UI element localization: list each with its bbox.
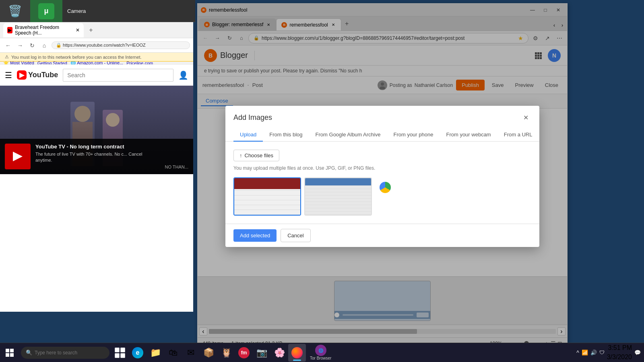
tray-network-icon[interactable]: 📶: [582, 350, 588, 356]
yt-user-icon[interactable]: 👤: [178, 70, 188, 80]
svg-rect-16: [120, 348, 125, 352]
image-loading-spinner: [375, 177, 395, 197]
taskbar-running-apps: 🌐 Tor Browser: [308, 344, 334, 361]
youtube-url-text: https://www.youtube.com/watch?v=lEOOZ: [63, 43, 146, 47]
taskbar-tor-browser[interactable]: 🌐 Tor Browser: [308, 344, 334, 361]
system-tray: ^ 📶 🔊 🛡 3:51 PM 3/3/2020 💬: [573, 343, 644, 362]
dialog-body: ↑ Choose files You may upload multiple f…: [225, 142, 539, 224]
cancel-button[interactable]: Cancel: [281, 229, 310, 242]
recycle-bin-area: 🗑️: [0, 0, 30, 22]
youtube-url-bar[interactable]: 🔒 https://www.youtube.com/watch?v=lEOOZ: [52, 41, 190, 49]
dialog-title: Add Images: [233, 113, 272, 122]
ad-no-thanks-btn[interactable]: NO THAN...: [165, 165, 188, 169]
tor-browser-label: Tor Browser: [310, 356, 331, 360]
ad-description: The future of live TV with 70+ channels.…: [35, 151, 160, 164]
youtube-favicon: ▶: [7, 27, 12, 33]
ad-thumbnail: [5, 144, 31, 169]
taskbar-lastfm-icon[interactable]: fm: [235, 344, 253, 362]
yt-back-btn[interactable]: ←: [3, 41, 13, 50]
dialog-close-button[interactable]: ✕: [520, 112, 531, 123]
svg-rect-11: [6, 349, 9, 352]
youtube-content: YouTube TV - No long term contract The f…: [0, 86, 193, 312]
blogger-window: B rememberlessfool — □ ✕ B Blogger: reme…: [197, 3, 568, 349]
task-view-button[interactable]: [111, 344, 129, 362]
dialog-tab-url[interactable]: From a URL: [497, 128, 539, 142]
taskbar-camera-icon[interactable]: 📷: [253, 344, 270, 362]
desktop: μ 🗑️ Camera ▶ Braveheart Freedom Speech …: [0, 0, 644, 362]
svg-rect-17: [115, 353, 119, 358]
taskbar-edge-icon[interactable]: e: [129, 344, 147, 362]
svg-rect-18: [120, 353, 125, 358]
yt-forward-btn[interactable]: →: [15, 41, 25, 50]
tray-notification-icon[interactable]: 💬: [634, 350, 641, 356]
bookmark-getting-started[interactable]: Getting Started: [37, 62, 67, 65]
tray-expand-icon[interactable]: ^: [576, 350, 579, 356]
dialog-header: Add Images ✕: [225, 106, 539, 123]
youtube-tab-title: Braveheart Freedom Speech (H...: [15, 25, 73, 36]
image-thumb-1[interactable]: [233, 177, 301, 216]
youtube-search-input[interactable]: [63, 69, 173, 82]
youtube-ad-overlay: YouTube TV - No long term contract The f…: [0, 139, 193, 174]
taskbar-explorer-icon[interactable]: 📁: [147, 344, 164, 362]
yt-home-btn[interactable]: ⌂: [39, 41, 49, 50]
ad-title: YouTube TV - No long term contract: [35, 144, 160, 150]
youtube-toolbar: ☰ ▶ YouTube 👤: [0, 65, 193, 86]
dialog-tab-google-album[interactable]: From Google Album Archive: [309, 128, 387, 142]
choose-files-label: Choose files: [245, 152, 274, 158]
youtube-titlebar: ▶ Braveheart Freedom Speech (H... ✕ +: [0, 22, 193, 38]
image-thumb-1-preview: [234, 178, 300, 215]
taskbar-firefox-icon[interactable]: [288, 344, 306, 362]
svg-rect-15: [115, 348, 119, 352]
taskbar-photos-icon[interactable]: 🌸: [270, 344, 288, 362]
taskbar-tripadvisor-icon[interactable]: 🦉: [217, 344, 235, 362]
camera-window-partial: Camera: [62, 0, 195, 22]
image-grid: [233, 177, 531, 216]
bookmark-priceline[interactable]: Priceline.com: [126, 62, 153, 65]
bookmarks-bar: ⭐ Most Visited Getting Started 🌐 Amazon.…: [0, 62, 193, 65]
upload-note: You may upload multiple files at once. U…: [233, 165, 531, 171]
taskbar-amazon-icon[interactable]: 📦: [200, 344, 217, 362]
dialog-tab-from-blog[interactable]: From this blog: [263, 128, 309, 142]
dialog-tabs: Upload From this blog From Google Album …: [225, 128, 539, 142]
taskbar-search-icon: 🔍: [26, 350, 32, 356]
dialog-tab-from-phone[interactable]: From your phone: [387, 128, 440, 142]
image-thumb-2[interactable]: [304, 177, 372, 216]
yt-menu-icon[interactable]: ☰: [5, 70, 12, 80]
add-images-dialog: Add Images ✕ Upload From this blog From …: [225, 106, 539, 247]
dialog-tab-upload[interactable]: Upload: [233, 128, 263, 142]
taskbar-search-input[interactable]: [35, 350, 105, 356]
start-button[interactable]: [0, 343, 19, 362]
system-clock[interactable]: 3:51 PM 3/3/2020: [607, 343, 632, 362]
taskbar-search-bar[interactable]: 🔍: [21, 347, 109, 359]
dialog-footer: Add selected Cancel: [225, 224, 539, 247]
choose-files-button[interactable]: ↑ Choose files: [233, 150, 279, 161]
yt-refresh-btn[interactable]: ↻: [27, 41, 37, 50]
bookmark-amazon[interactable]: 🌐 Amazon.com - Online...: [70, 62, 123, 65]
modal-overlay: Add Images ✕ Upload From this blog From …: [198, 4, 567, 349]
camera-title: Camera: [67, 8, 86, 14]
spinner: [380, 182, 391, 193]
tray-security-icon[interactable]: 🛡: [599, 350, 605, 356]
tray-volume-icon[interactable]: 🔊: [590, 350, 597, 356]
amazon-icon: 📦: [203, 347, 214, 358]
file-explorer-icon: 📁: [150, 347, 161, 358]
taskbar-pinned-apps: e 📁 🛍 ✉ 📦 🦉 fm: [129, 344, 306, 362]
youtube-new-tab[interactable]: +: [86, 25, 96, 35]
upload-icon: ↑: [239, 152, 242, 158]
mail-icon: ✉: [185, 347, 196, 358]
ad-text-area: YouTube TV - No long term contract The f…: [35, 144, 160, 164]
dialog-tab-webcam[interactable]: From your webcam: [440, 128, 497, 142]
taskbar: 🔍 e 📁 🛍: [0, 343, 644, 362]
taskbar-store-icon[interactable]: 🛍: [164, 344, 182, 362]
clock-time: 3:51 PM: [607, 343, 632, 352]
youtube-tab[interactable]: ▶ Braveheart Freedom Speech (H... ✕: [3, 23, 84, 37]
ad-play-icon: [13, 152, 23, 161]
store-icon: 🛍: [167, 347, 179, 358]
taskbar-mail-icon[interactable]: ✉: [182, 344, 200, 362]
bookmark-most-visited[interactable]: ⭐ Most Visited: [3, 62, 34, 65]
svg-rect-14: [10, 353, 14, 357]
add-selected-button[interactable]: Add selected: [233, 229, 277, 242]
camera-icon: 📷: [256, 347, 267, 358]
youtube-tab-close[interactable]: ✕: [76, 27, 80, 33]
youtube-logo-text: YouTube: [28, 71, 58, 79]
